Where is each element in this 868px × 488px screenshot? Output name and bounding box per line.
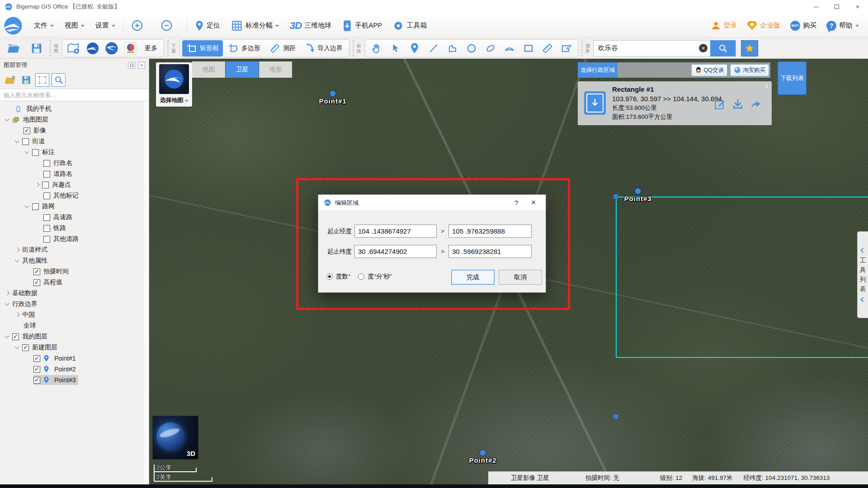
expander-open-icon[interactable]	[4, 300, 12, 308]
tree-item-其他道路[interactable]: 其他道路	[0, 234, 143, 244]
tree-item-Point#1[interactable]: ✓Point#1	[0, 353, 143, 364]
circle-tool[interactable]	[462, 41, 481, 56]
toolbox-button[interactable]: 工具箱	[390, 18, 430, 34]
selection-handle-bottomleft[interactable]	[613, 414, 618, 419]
checkbox[interactable]	[32, 203, 39, 210]
download-list-button[interactable]: 下载列表	[778, 61, 807, 95]
enterprise-button[interactable]: 企业版	[747, 21, 780, 30]
checkbox[interactable]	[43, 171, 50, 178]
selection-handle-topleft[interactable]	[613, 194, 618, 199]
tree-item-中国[interactable]: 中国	[0, 310, 143, 320]
google-earth-button[interactable]	[84, 41, 102, 56]
tab-map[interactable]: 地图	[192, 61, 225, 78]
search-input[interactable]	[594, 41, 699, 56]
phone-app-button[interactable]: 手机APP	[339, 18, 385, 34]
expander-open-icon[interactable]	[4, 333, 12, 341]
select-arrow-tool[interactable]	[387, 41, 405, 56]
more-maps-button[interactable]: 更多	[141, 41, 161, 56]
longitude-to-input[interactable]	[448, 225, 532, 238]
checkbox[interactable]: ✓	[33, 268, 40, 275]
import-boundary-button[interactable]: 导入边界	[301, 41, 347, 56]
selection-rectangle[interactable]	[616, 197, 868, 358]
tianditu-button[interactable]	[122, 41, 140, 56]
tree-item-行政边界[interactable]: 行政边界	[0, 299, 143, 310]
qq-chat-button[interactable]: QQ交谈	[691, 64, 727, 76]
edit-region-button[interactable]	[714, 99, 726, 110]
zoom-in-button[interactable]	[128, 18, 146, 34]
expander-open-icon[interactable]	[4, 116, 12, 124]
open-layer-button[interactable]	[3, 73, 17, 87]
checkbox[interactable]: ✓	[33, 377, 40, 384]
area-annotate-tool[interactable]	[557, 41, 576, 56]
measure-distance-button[interactable]: 测距	[265, 41, 300, 56]
latitude-to-input[interactable]	[448, 245, 532, 258]
tree-item-标注[interactable]: 标注	[0, 147, 143, 158]
map-viewport[interactable]: Point#1 Point#2 Point#3 选择地图 地图 卫星 地形 选择…	[149, 59, 868, 484]
favorite-button[interactable]	[741, 40, 758, 56]
tree-item-基础数据[interactable]: 基础数据	[0, 288, 143, 299]
path-tool[interactable]	[443, 41, 462, 56]
help-button[interactable]: ? 帮助	[826, 21, 859, 31]
taobao-buy-button[interactable]: 淘宝购买	[730, 64, 769, 76]
measure-tool[interactable]	[538, 41, 557, 56]
radio-dms[interactable]	[358, 273, 364, 280]
sidebar-scrollbar[interactable]	[143, 102, 149, 484]
menu-view[interactable]: 视图	[61, 18, 88, 34]
tree-item-新建图层[interactable]: ✓新建图层	[0, 342, 143, 353]
grid-frames-button[interactable]: 标准分幅	[228, 18, 282, 34]
globe-alt-button[interactable]	[103, 41, 121, 56]
checkbox[interactable]	[43, 225, 50, 232]
checkbox[interactable]	[43, 214, 50, 221]
checkbox[interactable]	[43, 160, 50, 167]
checkbox[interactable]: ✓	[33, 279, 40, 286]
tree-item-街道[interactable]: 街道	[0, 136, 143, 147]
share-region-button[interactable]	[750, 99, 762, 110]
tree-item-路网[interactable]: 路网	[0, 201, 143, 212]
longitude-from-input[interactable]	[354, 225, 437, 238]
menu-settings[interactable]: 设置	[92, 18, 118, 34]
latitude-from-input[interactable]	[354, 245, 437, 258]
tree-item-其他属性[interactable]: 其他属性	[0, 255, 143, 266]
three-d-earth-button[interactable]: 3D 三维地球	[287, 18, 335, 34]
pan-hand-tool[interactable]	[368, 41, 386, 56]
expander-open-icon[interactable]	[24, 202, 32, 211]
buy-button[interactable]: BUY! 购买	[790, 21, 816, 31]
select-admin-region-tab[interactable]: 选择行政区域	[578, 62, 618, 78]
tree-item-地图图层[interactable]: 地图图层	[0, 114, 143, 125]
maximize-button[interactable]	[826, 0, 847, 14]
panel-float-button[interactable]	[128, 62, 135, 69]
checkbox[interactable]: ✓	[24, 127, 30, 134]
tree-item-其他标记[interactable]: 其他标记	[0, 190, 143, 201]
login-button[interactable]: 登录	[711, 21, 737, 30]
expander-closed-icon[interactable]	[14, 311, 22, 319]
checkbox[interactable]	[43, 236, 50, 243]
placemark-tool[interactable]	[406, 41, 424, 56]
expander-open-icon[interactable]	[14, 343, 22, 352]
tree-item-高程值[interactable]: ✓高程值	[0, 277, 143, 288]
save-button[interactable]	[27, 40, 47, 57]
tools-list-tab[interactable]: 工 具 列 表	[857, 231, 868, 318]
ellipse-tool[interactable]	[481, 41, 500, 56]
globe-3d-preview[interactable]: 3D	[152, 416, 198, 460]
expander-open-icon[interactable]	[14, 137, 22, 145]
checkbox[interactable]: ✓	[12, 333, 19, 340]
panel-close-button[interactable]: ×	[138, 62, 145, 69]
tree-item-高速路[interactable]: 高速路	[0, 212, 143, 223]
tree-item-全球[interactable]: 全球	[0, 320, 143, 331]
tree-item-我的图层[interactable]: ✓我的图层	[0, 331, 143, 342]
expander-closed-icon[interactable]	[14, 246, 22, 254]
tree-item-道路名[interactable]: 道路名	[0, 169, 143, 179]
checkbox[interactable]	[42, 182, 49, 188]
menu-file[interactable]: 文件	[31, 18, 57, 34]
tree-item-拍摄时间[interactable]: ✓拍摄时间	[0, 266, 143, 277]
layer-search-input[interactable]	[0, 89, 149, 101]
select-map-button[interactable]: 选择地图	[156, 62, 192, 107]
dialog-close-button[interactable]: ×	[527, 198, 540, 207]
cancel-button[interactable]: 取消	[499, 270, 542, 285]
map-marker-point2[interactable]	[480, 450, 486, 456]
locate-button[interactable]: 定位	[192, 18, 223, 34]
zoom-out-button[interactable]	[157, 18, 176, 34]
tree-item-影像[interactable]: ✓影像	[0, 125, 143, 136]
minimize-button[interactable]	[806, 0, 826, 14]
tab-terrain[interactable]: 地形	[259, 61, 292, 78]
